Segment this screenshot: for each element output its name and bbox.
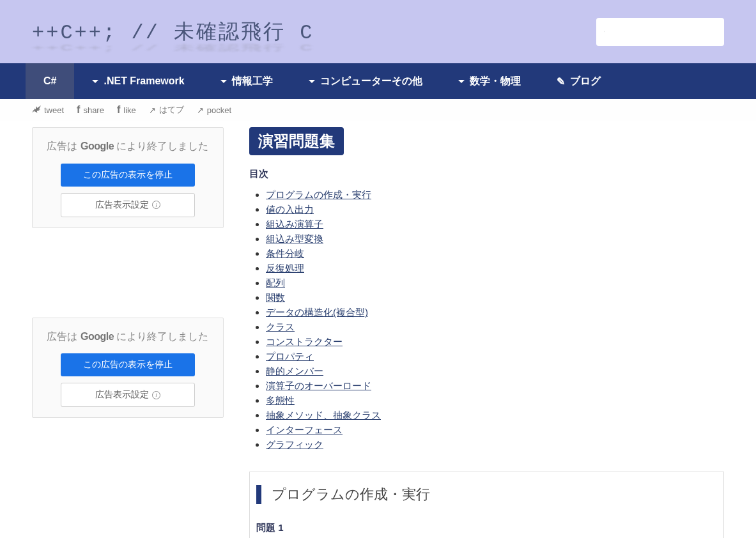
ad-text: 広告は Google により終了しました: [43, 138, 213, 155]
nav-item-label: ブログ: [570, 75, 601, 88]
nav-item-label: C#: [43, 75, 56, 87]
nav-item-4[interactable]: 数学・物理: [440, 63, 539, 99]
toc-item: 組込み演算子: [266, 217, 724, 232]
toc-item: グラフィック: [266, 438, 724, 452]
toc-link-0[interactable]: プログラムの作成・実行: [266, 189, 371, 200]
external-link-icon: ↗: [197, 105, 204, 115]
nav-item-label: 情報工学: [232, 75, 273, 88]
chevron-down-icon: [220, 80, 227, 83]
ad-box: 広告は Google により終了しました この広告の表示を停止 広告表示設定 i: [32, 127, 224, 228]
nav-item-label: 数学・物理: [470, 75, 521, 88]
tweet-button[interactable]: tweet: [32, 104, 64, 116]
toc-link-16[interactable]: インターフェース: [266, 424, 343, 435]
toc-link-10[interactable]: コンストラクター: [266, 336, 343, 347]
toc-link-11[interactable]: プロパティ: [266, 351, 314, 362]
nav-item-1[interactable]: .NET Framework: [74, 63, 202, 99]
toc-item: データの構造化(複合型): [266, 305, 724, 320]
toc-item: コンストラクター: [266, 335, 724, 350]
facebook-icon: f: [117, 104, 120, 116]
facebook-icon: f: [77, 104, 80, 116]
page-title: 演習問題集: [249, 127, 344, 155]
toc-link-4[interactable]: 条件分岐: [266, 248, 304, 259]
share-bar: tweet fshare flike ↗はてブ ↗pocket: [0, 99, 756, 121]
chevron-down-icon: [92, 80, 98, 83]
pocket-button[interactable]: ↗pocket: [197, 104, 231, 116]
toc-link-7[interactable]: 関数: [266, 292, 285, 303]
nav-item-5[interactable]: ブログ: [539, 63, 619, 99]
external-link-icon: ↗: [149, 105, 156, 115]
chevron-down-icon: [309, 80, 315, 83]
question-heading: 問題 1: [256, 522, 717, 534]
stop-ad-button[interactable]: この広告の表示を停止: [61, 164, 195, 187]
search-box[interactable]: [596, 18, 724, 46]
toc-item: 反復処理: [266, 261, 724, 276]
info-icon: i: [152, 201, 160, 209]
toc-item: プログラムの作成・実行: [266, 188, 724, 203]
toc-link-8[interactable]: データの構造化(複合型): [266, 307, 368, 318]
hateb-button[interactable]: ↗はてブ: [149, 104, 184, 116]
ad-settings-button[interactable]: 広告表示設定 i: [61, 383, 195, 407]
info-icon: i: [152, 391, 160, 399]
nav-item-0[interactable]: C#: [26, 63, 74, 99]
sidebar: 広告は Google により終了しました この広告の表示を停止 広告表示設定 i…: [32, 127, 224, 443]
toc-item: 抽象メソッド、抽象クラス: [266, 408, 724, 423]
toc-link-13[interactable]: 演算子のオーバーロード: [266, 380, 371, 391]
chevron-down-icon: [458, 80, 465, 83]
toc-item: 組込み型変換: [266, 232, 724, 247]
section-heading: プログラムの作成・実行: [256, 485, 717, 504]
nav-item-3[interactable]: コンピューターその他: [291, 63, 440, 99]
share-button[interactable]: fshare: [77, 104, 104, 116]
toc-item: プロパティ: [266, 350, 724, 364]
toc-link-15[interactable]: 抽象メソッド、抽象クラス: [266, 410, 381, 420]
toc-list: プログラムの作成・実行値の入出力組込み演算子組込み型変換条件分岐反復処理配列関数…: [249, 188, 724, 452]
like-button[interactable]: flike: [117, 104, 136, 116]
nav-item-label: コンピューターその他: [320, 75, 422, 88]
toc-item: 配列: [266, 276, 724, 291]
nav-item-2[interactable]: 情報工学: [203, 63, 291, 99]
nav-item-label: .NET Framework: [104, 75, 184, 87]
toc-link-9[interactable]: クラス: [266, 321, 295, 332]
toc-item: 演算子のオーバーロード: [266, 379, 724, 394]
pen-icon: [557, 75, 565, 88]
toc-link-6[interactable]: 配列: [266, 277, 285, 288]
toc-link-12[interactable]: 静的メンバー: [266, 365, 323, 376]
twitter-icon: [32, 105, 41, 116]
toc-item: インターフェース: [266, 423, 724, 438]
toc-item: 静的メンバー: [266, 364, 724, 379]
toc-item: 関数: [266, 291, 724, 305]
header: ++C++; // 未確認飛行 C: [0, 0, 756, 63]
main-content: 演習問題集 目次 プログラムの作成・実行値の入出力組込み演算子組込み型変換条件分…: [249, 127, 724, 538]
stop-ad-button[interactable]: この広告の表示を停止: [61, 353, 195, 376]
toc-link-17[interactable]: グラフィック: [266, 439, 323, 450]
toc-heading: 目次: [249, 168, 724, 180]
toc-link-5[interactable]: 反復処理: [266, 263, 304, 273]
toc-link-2[interactable]: 組込み演算子: [266, 219, 323, 229]
site-title[interactable]: ++C++; // 未確認飛行 C: [32, 18, 314, 46]
search-input[interactable]: [605, 27, 716, 37]
ad-settings-button[interactable]: 広告表示設定 i: [61, 193, 195, 217]
toc-item: クラス: [266, 320, 724, 335]
toc-link-1[interactable]: 値の入出力: [266, 204, 314, 215]
ad-box: 広告は Google により終了しました この広告の表示を停止 広告表示設定 i: [32, 318, 224, 419]
main-nav: C#.NET Framework情報工学コンピューターその他数学・物理ブログ: [0, 63, 756, 99]
toc-item: 条件分岐: [266, 247, 724, 261]
toc-item: 多態性: [266, 394, 724, 408]
content-box: プログラムの作成・実行 問題 1: [249, 472, 724, 538]
toc-link-3[interactable]: 組込み型変換: [266, 233, 323, 244]
toc-link-14[interactable]: 多態性: [266, 395, 295, 406]
toc-item: 値の入出力: [266, 203, 724, 217]
ad-text: 広告は Google により終了しました: [43, 328, 213, 345]
